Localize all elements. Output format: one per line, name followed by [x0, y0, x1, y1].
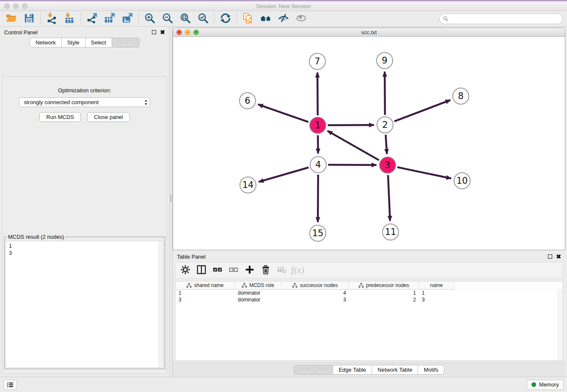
table-cell[interactable]: 1 — [349, 290, 419, 296]
hide-selected-button[interactable] — [275, 12, 292, 25]
table-tab-motifs[interactable]: Motifs — [418, 365, 444, 375]
table-cell[interactable]: 3 — [419, 297, 454, 303]
graph-node-15[interactable]: 15 — [309, 225, 326, 242]
float-table-panel-icon[interactable] — [548, 254, 552, 259]
refresh-button[interactable] — [217, 12, 234, 25]
result-scrollbar[interactable] — [158, 241, 163, 367]
zoom-in-button[interactable] — [141, 12, 159, 25]
column-header-name[interactable]: name — [419, 282, 454, 290]
table-row[interactable]: 3dominator323 — [176, 296, 562, 303]
tab-network[interactable]: Network — [30, 38, 62, 47]
graph-edge-1-2[interactable] — [328, 125, 374, 125]
table-tab-edge-table[interactable]: Edge Table — [333, 365, 372, 375]
graph-edge-3-1[interactable] — [328, 131, 379, 160]
graph-node-7[interactable]: 7 — [309, 53, 326, 70]
table-cell[interactable]: 2 — [349, 297, 419, 303]
graph-node-4[interactable]: 4 — [310, 156, 327, 173]
table-row[interactable]: 1dominator411 — [176, 290, 562, 296]
network-window-controls[interactable]: × – + — [176, 30, 199, 35]
run-mcds-button[interactable]: Run MCDS — [39, 112, 81, 122]
network-canvas[interactable]: 7968124314101511 — [173, 37, 565, 250]
table-cell[interactable]: dominator — [235, 297, 281, 303]
zoom-fit-button[interactable] — [176, 12, 194, 25]
close-panel-button[interactable]: Close panel — [87, 112, 130, 122]
first-neighbors-button[interactable] — [257, 12, 275, 25]
copy-view-icon — [242, 12, 254, 25]
close-table-panel-icon[interactable]: ✖ — [556, 254, 561, 259]
graph-node-3[interactable]: 3 — [379, 157, 396, 174]
task-history-button[interactable] — [3, 380, 17, 390]
graph-edge-1-7[interactable] — [317, 72, 318, 115]
columns-button[interactable] — [195, 264, 208, 277]
graph-node-14[interactable]: 14 — [239, 177, 256, 193]
column-header-predecessor-nodes[interactable]: predecessor nodes — [349, 282, 419, 290]
import-table-button[interactable] — [61, 12, 78, 25]
table-cell[interactable]: 1 — [176, 290, 235, 296]
trash-button[interactable] — [259, 264, 272, 277]
table-tab-node-table[interactable]: Node Table — [294, 365, 333, 375]
table-cell[interactable]: 3 — [281, 297, 349, 303]
memory-button[interactable]: Memory — [527, 380, 564, 390]
add-column-icon — [245, 265, 255, 276]
save-button[interactable] — [20, 12, 38, 25]
tab-select[interactable]: Select — [85, 38, 112, 47]
graph-edge-3-10[interactable] — [397, 167, 451, 179]
graph-node-2[interactable]: 2 — [377, 116, 394, 133]
graph-edge-4-15[interactable] — [318, 174, 318, 222]
hierarchy-icon — [292, 283, 297, 288]
graph-edge-4-3[interactable] — [328, 165, 376, 165]
zoom-window-button[interactable] — [22, 3, 28, 9]
close-panel-icon[interactable]: ✖ — [160, 29, 165, 35]
tab-style[interactable]: Style — [62, 38, 85, 47]
graph-edge-3-11[interactable] — [388, 175, 390, 221]
graph-node-1[interactable]: 1 — [309, 117, 326, 134]
show-all-button[interactable] — [292, 12, 310, 25]
splitter-grip[interactable] — [170, 194, 172, 202]
graph-edge-2-3[interactable] — [385, 135, 387, 154]
panel-splitter[interactable] — [169, 27, 173, 377]
add-column-button[interactable] — [243, 264, 256, 277]
graph-node-8[interactable]: 8 — [452, 88, 469, 105]
graph-node-11[interactable]: 11 — [382, 224, 399, 240]
export-network-button[interactable] — [83, 12, 101, 25]
open-folder-button[interactable] — [3, 12, 20, 25]
minimize-network-button[interactable]: – — [185, 30, 190, 35]
table-cell[interactable]: 3 — [176, 297, 235, 303]
graph-edge-4-14[interactable] — [259, 168, 308, 182]
table-cell[interactable]: dominator — [235, 290, 281, 296]
deselect-checks-button[interactable] — [227, 264, 240, 277]
maximize-network-button[interactable]: + — [193, 30, 199, 35]
table-tab-network-table[interactable]: Network Table — [372, 365, 418, 375]
tab-mcds[interactable]: MCDS — [112, 38, 140, 47]
zoom-selected-button[interactable] — [194, 12, 212, 25]
column-header-mcds-role[interactable]: MCDS role — [235, 282, 281, 290]
search-box[interactable] — [439, 14, 563, 24]
export-table-button[interactable] — [101, 12, 118, 25]
float-panel-icon[interactable] — [152, 30, 156, 34]
close-window-button[interactable] — [4, 3, 10, 9]
copy-view-button[interactable] — [239, 12, 257, 25]
graph-edge-1-6[interactable] — [258, 105, 308, 122]
optimization-select[interactable]: strongly connected component — [19, 97, 150, 107]
control-panel: Control Panel ✖ NetworkStyleSelectMCDS O… — [0, 27, 169, 377]
column-header-successor-nodes[interactable]: successor nodes — [281, 282, 349, 290]
mcds-result-list[interactable]: 13 — [6, 241, 164, 368]
table-cell[interactable]: 4 — [281, 290, 349, 296]
graph-edge-2-9[interactable] — [385, 72, 385, 115]
import-network-button[interactable] — [43, 12, 61, 25]
close-network-button[interactable]: × — [176, 30, 182, 35]
graph-edge-2-8[interactable] — [394, 100, 450, 121]
minimize-window-button[interactable] — [13, 3, 19, 9]
zoom-out-button[interactable] — [159, 12, 176, 25]
column-header-shared-name[interactable]: shared name — [176, 282, 235, 290]
graph-node-6[interactable]: 6 — [239, 92, 256, 109]
table-cell[interactable]: 1 — [419, 290, 454, 296]
graph-node-10[interactable]: 10 — [454, 172, 471, 189]
graph-node-9[interactable]: 9 — [376, 52, 393, 69]
table-scrollbar[interactable] — [558, 290, 562, 360]
window-controls[interactable] — [4, 3, 28, 9]
gear-button[interactable] — [179, 264, 192, 277]
select-all-checks-button[interactable] — [211, 264, 224, 277]
export-image-button[interactable] — [118, 12, 136, 25]
search-input[interactable] — [451, 15, 559, 22]
